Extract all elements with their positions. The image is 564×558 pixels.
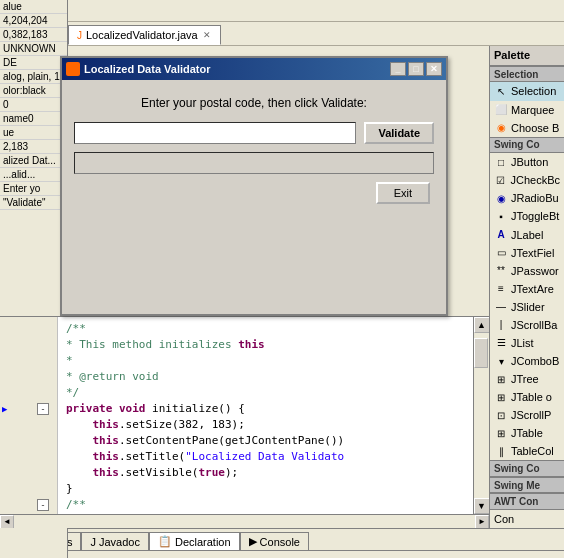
palette-item-jscrollbar-label: JScrollBa — [511, 319, 557, 331]
scroll-down-btn[interactable]: ▼ — [474, 498, 490, 514]
palette-item-jscrollpane[interactable]: ⊡ JScrollP — [490, 406, 564, 424]
jlabel-icon: A — [494, 228, 508, 242]
validate-button[interactable]: Validate — [364, 122, 434, 144]
palette-item-choose-label: Choose B — [511, 122, 559, 134]
line-numbers: - - — [0, 317, 58, 514]
postal-code-input[interactable] — [74, 122, 356, 144]
java-icon: J — [77, 30, 82, 41]
bottom-panel: ⚠ Problems J Javadoc 📋 Declaration ▶ Con… — [0, 528, 564, 558]
line-num-10 — [0, 465, 57, 481]
swing-title-text: Localized Data Validator — [66, 62, 211, 76]
swing-close-btn[interactable]: ✕ — [426, 62, 442, 76]
swing-minimize-btn[interactable]: _ — [390, 62, 406, 76]
palette-item-tablecol-label: TableCol — [511, 445, 554, 457]
palette-item-jtoggle[interactable]: ▪ JToggleBt — [490, 207, 564, 225]
palette-item-selection[interactable]: ↖ Selection — [490, 82, 564, 100]
palette-section-swing-menu-label: Swing Co — [494, 463, 540, 474]
palette-item-jslider[interactable]: — JSlider — [490, 298, 564, 316]
palette-item-jtextarea[interactable]: ≡ JTextAre — [490, 280, 564, 298]
exit-button[interactable]: Exit — [376, 182, 430, 204]
palette-item-jcheckbox[interactable]: ☑ JCheckBc — [490, 171, 564, 189]
swing-maximize-btn[interactable]: □ — [408, 62, 424, 76]
h-scroll-track — [14, 515, 475, 529]
tab-javadoc[interactable]: J Javadoc — [81, 532, 148, 550]
choose-icon: ◉ — [494, 121, 508, 135]
tab-declaration-label: Declaration — [175, 536, 231, 548]
palette-item-jpassword[interactable]: ** JPasswor — [490, 262, 564, 280]
palette-item-jlabel[interactable]: A JLabel — [490, 225, 564, 243]
h-scroll-left-btn[interactable]: ◄ — [0, 515, 14, 529]
code-line-8: this.setContentPane(getJContentPane()) — [66, 433, 465, 449]
swing-preview: Localized Data Validator _ □ ✕ Enter you… — [60, 46, 460, 316]
tab-console[interactable]: ▶ Console — [240, 532, 309, 550]
palette-item-selection-label: Selection — [511, 85, 556, 97]
palette-section-swing-me-label: Swing Me — [494, 480, 540, 491]
palette-item-jlist-label: JList — [511, 337, 534, 349]
marquee-icon: ⬜ — [494, 103, 508, 117]
palette-section-awt: AWT Con — [490, 493, 564, 509]
swing-input-row: Validate — [74, 122, 434, 144]
palette-item-jtree[interactable]: ⊞ JTree — [490, 370, 564, 388]
editor-tab[interactable]: J LocalizedValidator.java ✕ — [68, 25, 221, 45]
code-line-11: } — [66, 481, 465, 497]
palette-item-marquee[interactable]: ⬜ Marquee — [490, 101, 564, 119]
palette-item-jtable-o[interactable]: ⊞ JTable o — [490, 388, 564, 406]
left-panel: Localized Data Validator _ □ ✕ Enter you… — [0, 46, 489, 528]
swing-prompt-label: Enter your postal code, then click Valid… — [74, 92, 434, 114]
line-num-12: - — [0, 497, 57, 513]
swing-window-icon — [66, 62, 80, 76]
h-scroll-right-btn[interactable]: ► — [475, 515, 489, 529]
line-num-11 — [0, 481, 57, 497]
tab-close-icon[interactable]: ✕ — [202, 30, 212, 40]
collapse-marker-6[interactable]: - — [37, 403, 49, 415]
palette-section-swing-label: Swing Co — [494, 139, 540, 150]
palette-item-jlist[interactable]: ☰ JList — [490, 334, 564, 352]
palette-item-jcombo[interactable]: ▾ JComboB — [490, 352, 564, 370]
jbutton-icon: □ — [494, 155, 508, 169]
palette-item-jscrollpane-label: JScrollP — [511, 409, 551, 421]
jtextarea-icon: ≡ — [494, 282, 508, 296]
palette-item-jslider-label: JSlider — [511, 301, 545, 313]
scroll-track — [474, 333, 490, 498]
scroll-up-btn[interactable]: ▲ — [474, 317, 490, 333]
palette-header: Palette — [490, 46, 564, 66]
javadoc-icon: J — [90, 536, 96, 548]
palette-section-swing-me: Swing Me — [490, 477, 564, 493]
code-scrollbar: ▲ ▼ — [473, 317, 489, 514]
scroll-thumb[interactable] — [474, 338, 488, 368]
palette-item-jtable[interactable]: ⊞ JTable — [490, 424, 564, 442]
ide-window: ◁ ☰ J LocalizedValidator.java ✕ alue 4,2… — [0, 0, 564, 558]
palette-item-jradio[interactable]: ◉ JRadioBu — [490, 189, 564, 207]
palette-item-tablecol[interactable]: ∥ TableCol — [490, 442, 564, 460]
tab-declaration[interactable]: 📋 Declaration — [149, 532, 240, 550]
palette-item-jradio-label: JRadioBu — [511, 192, 559, 204]
line-num-9 — [0, 449, 57, 465]
palette-section-awt-label: AWT Con — [494, 496, 538, 507]
palette-item-jtextfield-label: JTextFiel — [511, 247, 554, 259]
code-line-10: this.setVisible(true); — [66, 465, 465, 481]
palette-item-jtextarea-label: JTextAre — [511, 283, 554, 295]
palette-panel: Palette Selection ↖ Selection ⬜ Marquee … — [489, 46, 564, 528]
jtree-icon: ⊞ — [494, 372, 508, 386]
jtextfield-icon: ▭ — [494, 246, 508, 260]
palette-item-jtoggle-label: JToggleBt — [511, 210, 559, 222]
code-line-9: this.setTitle("Localized Data Validato — [66, 449, 465, 465]
palette-title: Palette — [494, 49, 530, 61]
swing-controls: _ □ ✕ — [390, 62, 442, 76]
collapse-marker-12[interactable]: - — [37, 499, 49, 511]
code-line-3: * — [66, 353, 465, 369]
main-content: alue 4,204,204 0,382,183 UNKNOWN DE alog… — [0, 46, 564, 528]
jradio-icon: ◉ — [494, 191, 508, 205]
palette-item-jbutton[interactable]: □ JButton — [490, 153, 564, 171]
palette-item-jbutton-label: JButton — [511, 156, 548, 168]
palette-section-selection: Selection — [490, 66, 564, 82]
line-num-7 — [0, 417, 57, 433]
code-line-12: /** — [66, 497, 465, 513]
palette-item-con[interactable]: Con — [490, 510, 564, 528]
line-num-4 — [0, 369, 57, 385]
jlist-icon: ☰ — [494, 336, 508, 350]
palette-item-jtree-label: JTree — [511, 373, 539, 385]
palette-item-jscrollbar[interactable]: | JScrollBa — [490, 316, 564, 334]
palette-item-choose[interactable]: ◉ Choose B — [490, 119, 564, 137]
palette-item-jtextfield[interactable]: ▭ JTextFiel — [490, 244, 564, 262]
